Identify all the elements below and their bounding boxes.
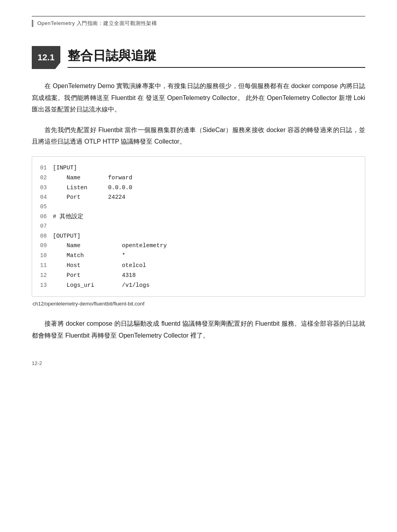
header-bar-line (32, 20, 33, 27)
code-line-content: Listen 0.0.0.0 (53, 183, 357, 193)
code-line-number: 07 (40, 222, 53, 231)
code-line-number: 11 (40, 261, 53, 271)
code-line-content: Match * (53, 251, 357, 261)
code-line: 02 Name forward (40, 173, 357, 183)
code-line-content: # 其他設定 (53, 212, 357, 222)
section-title: 整合日誌與追蹤 (67, 47, 365, 68)
code-line-number: 01 (40, 163, 53, 173)
code-line: 06# 其他設定 (40, 212, 357, 222)
code-line-content: Host otelcol (53, 261, 357, 271)
code-line: 07 (40, 222, 357, 231)
code-line-number: 06 (40, 212, 53, 222)
code-line: 11 Host otelcol (40, 261, 357, 271)
code-line-number: 05 (40, 202, 53, 212)
code-line-number: 08 (40, 232, 53, 241)
section-badge-text: 12.1 (38, 52, 55, 63)
code-line: 09 Name opentelemetry (40, 241, 357, 251)
section-badge: 12.1 (32, 46, 60, 69)
code-line: 10 Match * (40, 251, 357, 261)
paragraph-3: 接著將 docker compose 的日誌驅動改成 fluentd 協議轉發至… (32, 318, 365, 341)
code-line-content: Name forward (53, 173, 357, 183)
code-block-wrapper: 01[INPUT]02 Name forward03 Listen 0.0.0.… (32, 156, 365, 297)
code-line-content: Logs_uri /v1/logs (53, 280, 357, 290)
code-line-number: 02 (40, 173, 53, 183)
page-wrapper: OpenTelemetry 入門指南：建立全面可觀測性架構 12.1 整合日誌與… (0, 0, 397, 374)
page-number: 12-2 (32, 360, 42, 366)
code-line: 03 Listen 0.0.0.0 (40, 183, 357, 193)
code-line-content: Name opentelemetry (53, 241, 357, 251)
code-line-number: 12 (40, 271, 53, 280)
code-line-number: 09 (40, 241, 53, 251)
code-line: 01[INPUT] (40, 163, 357, 173)
code-filename: ch12/opentelemetry-demo/fluentbit/fluent… (32, 301, 365, 307)
code-line-content: Port 4318 (53, 271, 357, 280)
header-title: OpenTelemetry 入門指南：建立全面可觀測性架構 (37, 20, 157, 27)
code-line-number: 13 (40, 281, 53, 290)
code-line-number: 03 (40, 183, 53, 193)
code-line-content: [INPUT] (53, 163, 357, 173)
paragraph-2: 首先我們先配置好 Fluentbit 當作一個服務集群的邊車（SideCar）服… (32, 124, 365, 148)
code-line-number: 10 (40, 251, 53, 261)
code-line: 08[OUTPUT] (40, 231, 357, 241)
code-line: 12 Port 4318 (40, 271, 357, 280)
section-heading: 12.1 整合日誌與追蹤 (32, 46, 365, 69)
code-line-number: 04 (40, 193, 53, 202)
code-line-content: Port 24224 (53, 192, 357, 202)
paragraph-1: 在 OpenTelemetry Demo 實戰演練專案中，有搜集日誌的服務很少，… (32, 80, 365, 115)
code-line: 05 (40, 202, 357, 212)
code-line-content: [OUTPUT] (53, 231, 357, 241)
code-line: 04 Port 24224 (40, 192, 357, 202)
header-bar: OpenTelemetry 入門指南：建立全面可觀測性架構 (32, 16, 365, 30)
code-block: 01[INPUT]02 Name forward03 Listen 0.0.0.… (32, 157, 365, 296)
code-line: 13 Logs_uri /v1/logs (40, 280, 357, 290)
